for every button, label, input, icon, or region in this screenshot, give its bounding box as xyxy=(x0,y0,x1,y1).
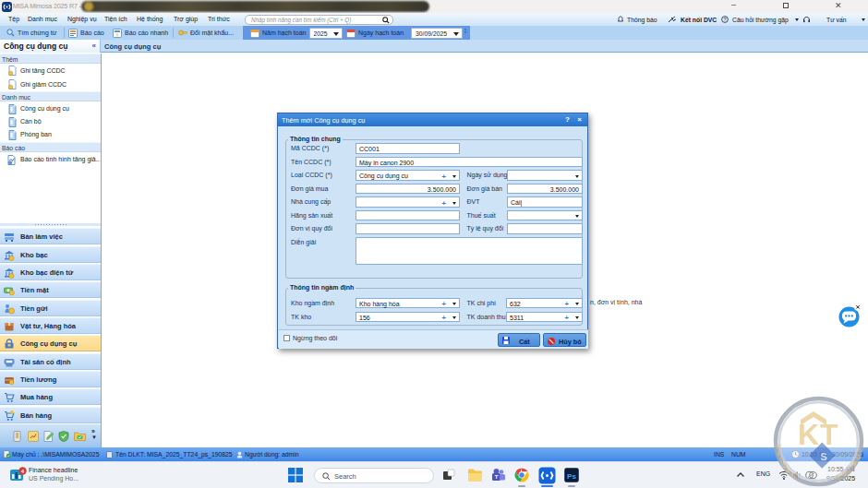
svg-text:T: T xyxy=(848,466,851,472)
svg-text:H: H xyxy=(836,474,840,481)
svg-text:S: S xyxy=(821,451,827,462)
svg-text:O: O xyxy=(842,470,847,477)
svg-text:I: I xyxy=(859,446,861,453)
svg-text:R: R xyxy=(852,460,857,467)
svg-text:N: N xyxy=(791,472,796,479)
svg-text:A: A xyxy=(786,468,790,474)
svg-text:T: T xyxy=(495,474,499,480)
svg-text:?: ? xyxy=(723,17,726,22)
svg-text:K: K xyxy=(777,444,781,450)
svg-text:E: E xyxy=(778,450,782,457)
svg-text:O: O xyxy=(856,454,861,460)
svg-text:K: K xyxy=(798,418,819,451)
svg-text:Ps: Ps xyxy=(567,472,576,481)
